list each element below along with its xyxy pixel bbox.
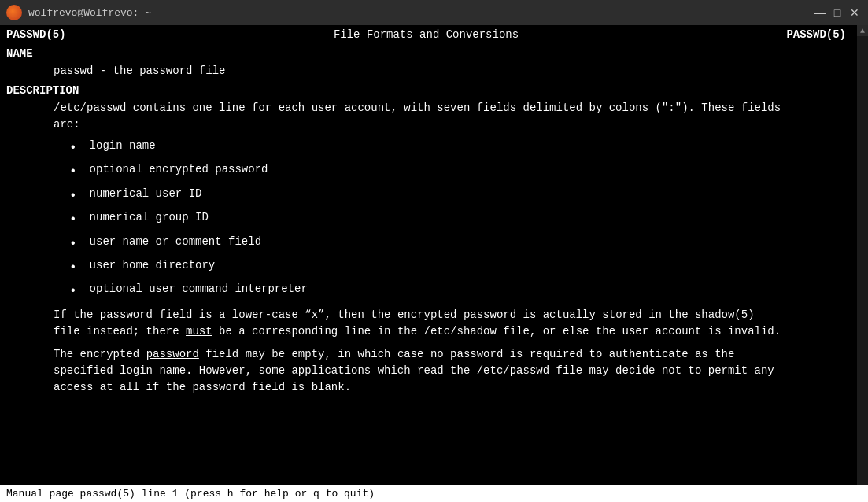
scrollbar[interactable]: ▲ xyxy=(857,25,868,485)
bullet-list: • login name • optional encrypted passwo… xyxy=(6,139,862,301)
list-item: • optional user command interpreter xyxy=(69,282,862,300)
man-header-right: PASSWD(5) xyxy=(786,28,846,41)
list-item: • optional encrypted password xyxy=(69,163,862,180)
bullet-text-5: user name or comment field xyxy=(90,235,261,248)
password-link-1: password xyxy=(100,308,153,321)
list-item: • login name xyxy=(69,139,862,157)
name-body: passwd - the password file xyxy=(6,63,862,79)
desc-para1: /etc/passwd contains one line for each u… xyxy=(6,100,862,133)
bullet-text-7: optional user command interpreter xyxy=(90,282,308,295)
bullet-text-4: numerical group ID xyxy=(90,211,209,223)
para-encrypted-line2: specified login name. However, some appl… xyxy=(54,364,774,377)
shadow5-ref: shadow(5) xyxy=(695,308,755,321)
para-shadow: If the password field is a lower-case “x… xyxy=(6,307,862,340)
list-item: • numerical group ID xyxy=(69,211,862,228)
para-encrypted-line1: The encrypted password field may be empt… xyxy=(54,348,734,360)
password-link-2: password xyxy=(146,348,199,360)
window-title: wolfrevo@Wolfrevo: ~ xyxy=(28,7,151,19)
bullet-dot: • xyxy=(69,235,77,253)
para-shadow-line2: file instead; there must be a correspond… xyxy=(54,325,781,338)
bullet-dot: • xyxy=(69,163,77,180)
maximize-button[interactable]: □ xyxy=(830,6,844,20)
desc-para1-line1: /etc/passwd contains one line for each u… xyxy=(54,102,781,114)
status-bar: Manual page passwd(5) line 1 (press h fo… xyxy=(0,485,868,502)
status-text: Manual page passwd(5) line 1 (press h fo… xyxy=(6,488,375,500)
bullet-text-3: numerical user ID xyxy=(90,187,202,200)
man-header-left: PASSWD(5) xyxy=(6,28,66,41)
must-ref: must xyxy=(186,325,212,338)
man-page-header: PASSWD(5) File Formats and Conversions P… xyxy=(6,28,862,41)
title-bar: wolfrevo@Wolfrevo: ~ — □ ✕ xyxy=(0,0,868,25)
minimize-button[interactable]: — xyxy=(813,6,827,20)
bullet-text-1: login name xyxy=(90,139,156,152)
desc-para1-line2: are: xyxy=(54,118,80,131)
title-bar-left: wolfrevo@Wolfrevo: ~ xyxy=(6,5,151,20)
bullet-text-2: optional encrypted password xyxy=(90,163,268,175)
bullet-dot: • xyxy=(69,187,77,205)
title-bar-controls: — □ ✕ xyxy=(813,6,862,20)
bullet-dot: • xyxy=(69,211,77,228)
name-heading: NAME xyxy=(6,47,862,60)
bullet-text-6: user home directory xyxy=(90,259,216,271)
close-button[interactable]: ✕ xyxy=(848,6,862,20)
ubuntu-icon xyxy=(6,5,22,20)
list-item: • numerical user ID xyxy=(69,187,862,205)
any-ref: any xyxy=(755,364,774,377)
bullet-dot: • xyxy=(69,139,77,157)
para-encrypted: The encrypted password field may be empt… xyxy=(6,346,862,396)
scroll-up-arrow[interactable]: ▲ xyxy=(857,25,868,36)
list-item: • user name or comment field xyxy=(69,235,862,253)
bullet-dot: • xyxy=(69,282,77,300)
description-heading: DESCRIPTION xyxy=(6,84,862,97)
para-encrypted-line3: access at all if the password field is b… xyxy=(54,381,351,393)
para-shadow-start: If the password field is a lower-case “x… xyxy=(54,308,755,321)
man-content: ▲ PASSWD(5) File Formats and Conversions… xyxy=(0,25,868,485)
bullet-dot: • xyxy=(69,259,77,276)
list-item: • user home directory xyxy=(69,259,862,276)
man-header-center: File Formats and Conversions xyxy=(66,28,787,41)
